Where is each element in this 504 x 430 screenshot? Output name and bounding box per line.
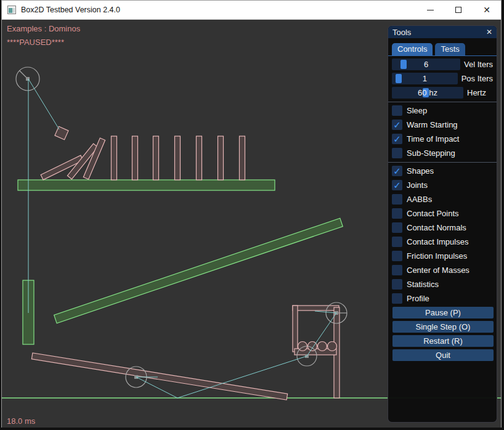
slider-grab[interactable] xyxy=(400,60,407,69)
checkbox-row-warm-starting[interactable]: ✓Warm Starting xyxy=(392,119,493,131)
maximize-button[interactable] xyxy=(444,1,473,19)
checkbox-label: Statistics xyxy=(407,280,439,289)
slider-pos-iters[interactable]: 1 xyxy=(392,73,458,84)
check-mark-icon: ✓ xyxy=(393,166,401,176)
slider-row: 60 hzHertz xyxy=(392,87,493,99)
checkbox-label: Sleep xyxy=(407,106,427,115)
checkbox-label: Contact Normals xyxy=(407,223,466,232)
domino[interactable] xyxy=(218,136,224,180)
checkbox-row-contact-normals[interactable]: Contact Normals xyxy=(392,222,493,233)
checkbox-section: Sleep✓Warm Starting✓Time of ImpactSub-St… xyxy=(392,102,493,304)
checkbox[interactable] xyxy=(392,251,402,261)
checkbox[interactable] xyxy=(392,293,402,304)
checkbox-label: AABBs xyxy=(407,195,432,204)
checkbox[interactable] xyxy=(392,208,402,219)
checkbox-row-sub-stepping[interactable]: Sub-Stepping xyxy=(392,147,493,159)
checkbox-row-friction-impulses[interactable]: Friction Impulses xyxy=(392,250,493,262)
slider-row: 1Pos Iters xyxy=(392,73,493,84)
slider-section: 6Vel Iters1Pos Iters60 hzHertz xyxy=(392,59,493,99)
slider-label: Hertz xyxy=(467,88,486,97)
checkbox-row-center-of-masses[interactable]: Center of Masses xyxy=(392,264,493,276)
checkbox-row-shapes[interactable]: ✓Shapes xyxy=(392,165,493,177)
tab-tests[interactable]: Tests xyxy=(435,43,465,55)
slider-hertz[interactable]: 60 hz xyxy=(392,87,463,99)
minimize-icon xyxy=(427,10,434,10)
domino[interactable] xyxy=(112,136,117,180)
maximize-icon xyxy=(455,7,461,13)
seesaw-plank[interactable] xyxy=(31,353,287,400)
frame-left-plank[interactable] xyxy=(293,306,298,352)
client-area: Examples : Dominos ****PAUSED**** 18.0 m… xyxy=(2,20,501,428)
checkbox-label: Time of Impact xyxy=(407,134,459,144)
checkbox[interactable] xyxy=(392,148,402,158)
domino[interactable] xyxy=(240,136,245,180)
slider-grab[interactable] xyxy=(396,74,402,83)
checkbox-row-sleep[interactable]: Sleep xyxy=(392,105,493,116)
domino-shelf xyxy=(18,180,275,190)
close-icon: ✕ xyxy=(483,6,490,14)
domino[interactable] xyxy=(153,136,159,180)
checkbox-label: Friction Impulses xyxy=(407,251,467,261)
domino[interactable] xyxy=(197,136,202,180)
checkbox[interactable] xyxy=(392,279,402,290)
checkbox-label: Contact Impulses xyxy=(407,237,468,246)
ball[interactable] xyxy=(318,342,327,351)
checkbox-label: Sub-Stepping xyxy=(407,148,455,158)
window-titlebar[interactable]: Box2D Testbed Version 2.4.0 ✕ xyxy=(2,1,501,20)
checkbox[interactable]: ✓ xyxy=(392,180,402,190)
domino[interactable] xyxy=(132,136,138,180)
checkbox[interactable] xyxy=(392,105,402,116)
checkbox-row-contact-impulses[interactable]: Contact Impulses xyxy=(392,236,493,248)
single-step-o-button[interactable]: Single Step (O) xyxy=(392,321,494,333)
tools-panel-titlebar[interactable]: Tools ✕ xyxy=(388,26,497,38)
tab-controls[interactable]: Controls xyxy=(392,43,433,55)
tab-bar: ControlsTests xyxy=(388,38,497,56)
checkbox[interactable]: ✓ xyxy=(392,166,402,176)
paused-label: ****PAUSED**** xyxy=(7,38,64,47)
checkbox-label: Shapes xyxy=(407,166,434,176)
slider-label: Pos Iters xyxy=(461,74,493,83)
checkbox[interactable]: ✓ xyxy=(392,120,402,130)
checkbox-row-aabbs[interactable]: AABBs xyxy=(392,193,493,205)
close-button[interactable]: ✕ xyxy=(473,1,501,19)
checkbox[interactable] xyxy=(392,237,402,247)
checkbox[interactable] xyxy=(392,222,402,233)
button-section: Pause (P)Single Step (O)Restart (R)Quit xyxy=(392,307,493,361)
ball[interactable] xyxy=(328,342,337,351)
slider-label: Vel Iters xyxy=(464,60,493,69)
tools-panel: Tools ✕ ControlsTests 6Vel Iters1Pos Ite… xyxy=(388,25,497,423)
checkbox[interactable] xyxy=(392,194,402,205)
checkbox-row-statistics[interactable]: Statistics xyxy=(392,278,493,290)
checkbox-row-contact-points[interactable]: Contact Points xyxy=(392,208,493,219)
checkbox-label: Center of Masses xyxy=(407,266,469,275)
restart-r-button[interactable]: Restart (R) xyxy=(392,335,494,347)
frame-time-label: 18.0 ms xyxy=(7,416,35,426)
joint-rope-to-box xyxy=(28,79,59,129)
example-label: Examples : Dominos xyxy=(7,24,80,33)
panel-close-icon[interactable]: ✕ xyxy=(486,28,492,36)
minimize-button[interactable] xyxy=(416,1,444,19)
separator xyxy=(388,162,497,163)
window-frame: Box2D Testbed Version 2.4.0 ✕ xyxy=(1,0,502,428)
check-mark-icon: ✓ xyxy=(393,134,401,144)
tools-panel-title: Tools xyxy=(392,28,411,37)
checkbox-row-profile[interactable]: Profile xyxy=(392,293,493,304)
slider-vel-iters[interactable]: 6 xyxy=(392,59,460,70)
checkbox-row-joints[interactable]: ✓Joints xyxy=(392,179,493,191)
slider-value: 60 hz xyxy=(418,88,437,97)
hanging-box[interactable] xyxy=(55,126,68,140)
window-controls: ✕ xyxy=(416,1,501,19)
separator xyxy=(388,102,497,102)
frame-top-plank[interactable] xyxy=(293,306,339,310)
checkbox[interactable]: ✓ xyxy=(392,134,402,144)
app-icon xyxy=(7,6,16,14)
slider-row: 6Vel Iters xyxy=(392,59,493,70)
checkbox-row-time-of-impact[interactable]: ✓Time of Impact xyxy=(392,133,493,145)
checkbox-label: Contact Points xyxy=(407,209,459,218)
check-mark-icon: ✓ xyxy=(393,181,401,190)
checkbox-label: Joints xyxy=(407,181,428,190)
pause-p-button[interactable]: Pause (P) xyxy=(392,307,494,318)
quit-button[interactable]: Quit xyxy=(392,349,494,361)
checkbox[interactable] xyxy=(392,265,402,275)
domino[interactable] xyxy=(175,136,181,180)
